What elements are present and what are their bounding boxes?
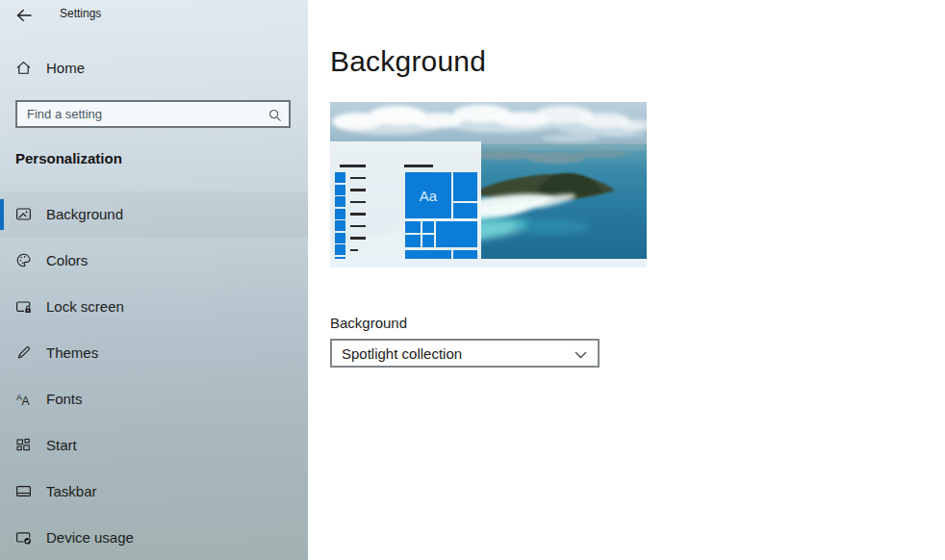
sidebar-item-label: Start (46, 437, 77, 453)
sidebar-item-taskbar[interactable]: Taskbar (0, 469, 308, 515)
sidebar-item-lock-screen[interactable]: Lock screen (0, 284, 308, 330)
svg-text:A: A (21, 395, 29, 407)
sidebar-item-device-usage[interactable]: Device usage (0, 515, 308, 560)
sidebar-item-background[interactable]: Background (0, 191, 308, 238)
chevron-down-icon (575, 351, 587, 359)
back-button[interactable] (10, 4, 38, 27)
background-field-label: Background (330, 315, 407, 331)
preview-nav-square (335, 220, 345, 231)
app-title: Settings (60, 7, 101, 20)
preview-nav-square (335, 196, 345, 207)
preview-nav-square (335, 209, 345, 219)
search-icon[interactable] (268, 108, 283, 123)
selected-accent-bar (0, 199, 4, 230)
preview-nav-square (335, 172, 345, 183)
preview-nav-square (335, 185, 345, 195)
preview-nav-title-dash (340, 165, 366, 167)
sidebar-item-label: Lock screen (46, 298, 124, 315)
search-input[interactable] (17, 102, 289, 126)
sidebar-item-home[interactable]: Home (0, 51, 308, 86)
sidebar-item-label: Device usage (46, 529, 134, 546)
preview-nav-line (350, 249, 358, 252)
settings-content-pane: Background (308, 0, 945, 560)
sidebar-item-colors[interactable]: Colors (0, 238, 308, 284)
pen-icon (15, 344, 32, 361)
section-header-personalization: Personalization (15, 150, 122, 166)
picture-icon (15, 206, 32, 222)
dropdown-selected-value: Spotlight collection (342, 345, 462, 362)
preview-nav-line (350, 201, 366, 204)
sidebar-item-label: Fonts (46, 391, 83, 407)
sidebar-item-label: Home (46, 60, 85, 76)
back-arrow-icon (15, 8, 33, 23)
preview-start-panel: Aa (330, 141, 481, 259)
preview-nav-line (350, 177, 366, 180)
preview-nav-line (350, 189, 366, 191)
preview-nav-line (350, 237, 366, 240)
palette-icon (15, 252, 32, 268)
sidebar-item-start[interactable]: Start (0, 422, 308, 469)
sidebar-item-label: Themes (46, 344, 98, 361)
preview-tile (453, 172, 477, 201)
background-preview-image: Aa (330, 102, 647, 259)
preview-tiles-title-dash (404, 165, 433, 167)
preview-tile-aa: Aa (405, 172, 451, 218)
preview-tile (436, 221, 477, 247)
sidebar-item-label: Colors (46, 252, 88, 268)
preview-nav-square (335, 244, 345, 255)
sidebar-item-label: Background (46, 206, 123, 222)
preview-bottom-strip (330, 259, 647, 267)
sidebar-item-fonts[interactable]: A A Fonts (0, 376, 308, 422)
preview-tile (405, 250, 451, 259)
sidebar-item-label: Taskbar (46, 483, 97, 499)
background-type-dropdown[interactable]: Spotlight collection (330, 339, 600, 368)
device-check-icon (15, 529, 32, 546)
sidebar-item-themes[interactable]: Themes (0, 330, 308, 376)
fonts-icon: A A (15, 391, 32, 407)
preview-tile (405, 235, 421, 247)
lock-screen-icon (15, 298, 32, 315)
preview-tile (422, 221, 434, 233)
preview-nav-line (350, 213, 366, 216)
preview-tile (453, 203, 477, 218)
preview-tile (405, 221, 421, 233)
taskbar-icon (15, 483, 32, 499)
preview-nav-line (350, 225, 366, 228)
settings-sidebar: Settings Home Personalization Background (0, 0, 308, 560)
page-title: Background (330, 45, 486, 78)
preview-tile (422, 235, 434, 247)
preview-nav-square (335, 233, 345, 243)
home-icon (15, 60, 32, 76)
preview-tile-aa-text: Aa (420, 188, 437, 204)
preview-tile (453, 250, 477, 259)
start-tiles-icon (15, 437, 32, 453)
search-box (15, 100, 291, 128)
